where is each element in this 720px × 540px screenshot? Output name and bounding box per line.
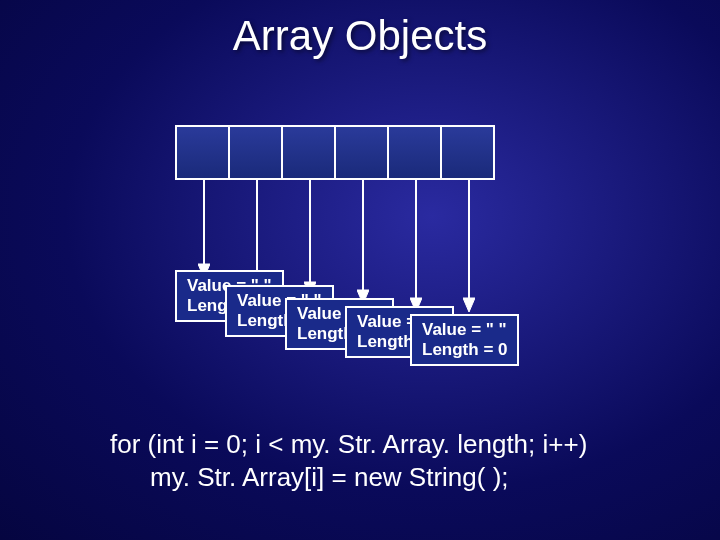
code-block: for (int i = 0; i < my. Str. Array. leng… [110,428,660,493]
array-cell [228,125,283,180]
pointer-arrow [198,178,210,278]
card-value: Value = " " [422,320,507,340]
slide-title: Array Objects [0,12,720,60]
array-cell [440,125,495,180]
pointer-arrow [357,178,369,304]
array-cell [334,125,389,180]
array-cell [281,125,336,180]
pointer-arrow [304,178,316,296]
array-cell [175,125,230,180]
pointer-arrow [410,178,422,312]
array-row [175,125,493,180]
object-card: Value = " " Length = 0 [410,314,519,366]
array-cell [387,125,442,180]
code-line: for (int i = 0; i < my. Str. Array. leng… [110,428,660,461]
svg-marker-11 [463,298,475,312]
pointer-arrow [463,178,475,312]
code-line: my. Str. Array[i] = new String( ); [110,461,660,494]
card-length: Length = 0 [422,340,507,360]
